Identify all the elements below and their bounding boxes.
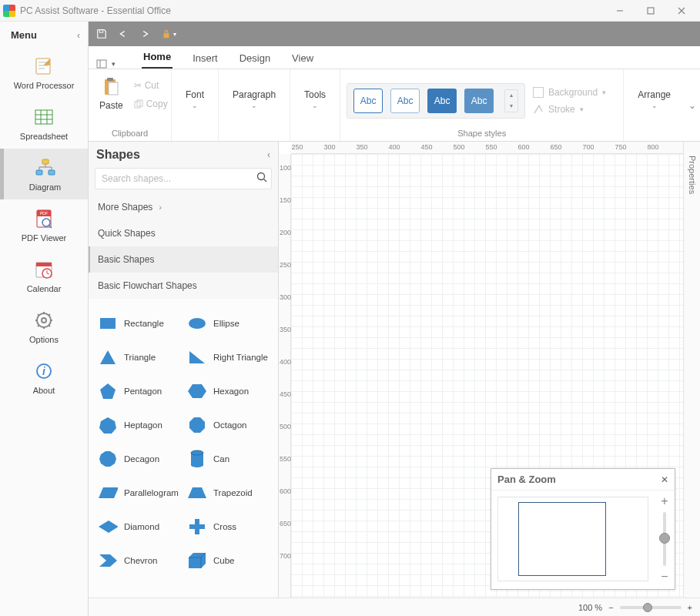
svg-marker-67: [99, 487, 118, 498]
cut-button[interactable]: ✂Cut: [132, 79, 169, 92]
svg-marker-56: [100, 350, 116, 364]
category-label: Basic Shapes: [98, 254, 154, 265]
svg-marker-62: [99, 451, 116, 467]
calendar-icon: [33, 259, 55, 280]
sidebar-item-pdf-viewer[interactable]: PDF PDF Viewer: [0, 199, 88, 250]
save-button[interactable]: [96, 28, 107, 39]
shape-hexagon[interactable]: Hexagon: [186, 374, 275, 408]
shape-label: Heptagon: [124, 420, 162, 430]
status-zoom-out[interactable]: −: [608, 603, 613, 612]
svg-point-65: [191, 463, 203, 467]
ribbon-tabs: ▾ Home Insert Design View: [89, 46, 700, 69]
paragraph-dropdown[interactable]: Paragraph⌄: [225, 74, 283, 109]
shape-search-input[interactable]: [95, 168, 272, 189]
shape-pentagon[interactable]: Pentagon: [96, 374, 186, 408]
status-zoom-in[interactable]: +: [688, 603, 692, 612]
shape-style-1[interactable]: Abc: [353, 89, 383, 113]
shape-right-triangle[interactable]: Right Triangle: [186, 340, 275, 374]
sidebar-item-word-processor[interactable]: Word Processor: [0, 47, 88, 98]
zoom-in-button[interactable]: +: [661, 495, 668, 507]
shape-style-2[interactable]: Abc: [390, 89, 420, 113]
background-dropdown[interactable]: Background▾: [533, 87, 606, 98]
svg-rect-54: [100, 318, 116, 329]
zoom-out-button[interactable]: −: [661, 571, 668, 583]
gear-icon: [33, 310, 55, 330]
app-icon: [3, 5, 15, 17]
svg-marker-60: [99, 417, 116, 434]
style-gallery-spinner: ▴▾: [504, 89, 518, 112]
background-label: Background: [548, 87, 598, 98]
properties-tab-label: Properties: [688, 156, 697, 194]
shape-label: Can: [213, 454, 229, 464]
shape-can[interactable]: Can: [186, 442, 275, 476]
page-layout-dropdown[interactable]: ▾: [96, 59, 116, 69]
svg-rect-48: [109, 82, 118, 95]
stroke-dropdown[interactable]: Stroke▾: [533, 104, 606, 115]
tab-insert[interactable]: Insert: [191, 48, 219, 69]
copy-button[interactable]: Copy: [132, 97, 169, 111]
sidebar-item-spreadsheet[interactable]: Spreadsheet: [0, 98, 88, 149]
status-zoom-thumb[interactable]: [643, 603, 652, 612]
gallery-down[interactable]: ▾: [505, 101, 517, 112]
properties-tab[interactable]: Properties: [683, 142, 700, 598]
close-button[interactable]: [666, 2, 697, 20]
pan-zoom-preview[interactable]: [497, 497, 648, 581]
category-more-shapes[interactable]: More Shapes›: [89, 194, 278, 220]
sidebar-item-label: Word Processor: [14, 81, 75, 90]
arrange-dropdown[interactable]: Arrange⌄: [630, 74, 678, 109]
shape-ellipse[interactable]: Ellipse: [186, 306, 275, 340]
side-menu-header[interactable]: Menu ‹: [0, 22, 88, 47]
shape-cube[interactable]: Cube: [186, 544, 275, 578]
quick-access-bar: ▾: [89, 22, 700, 46]
tab-view[interactable]: View: [290, 48, 315, 69]
shape-label: Rectangle: [124, 319, 164, 328]
shape-trapezoid[interactable]: Trapezoid: [186, 476, 275, 510]
pdf-icon: PDF: [33, 209, 55, 229]
shapes-panel-collapse[interactable]: ‹: [267, 149, 270, 160]
tools-dropdown[interactable]: Tools⌄: [296, 74, 333, 109]
maximize-button[interactable]: [635, 2, 666, 20]
shape-octagon[interactable]: Octagon: [186, 408, 275, 442]
undo-button[interactable]: [118, 28, 129, 39]
chevron-left-icon: ‹: [77, 30, 80, 41]
status-zoom-slider[interactable]: [620, 606, 682, 609]
tab-design[interactable]: Design: [238, 48, 272, 69]
shape-heptagon[interactable]: Heptagon: [96, 408, 186, 442]
svg-line-36: [38, 314, 39, 316]
shape-triangle[interactable]: Triangle: [96, 340, 186, 374]
search-icon[interactable]: [256, 172, 267, 182]
zoom-slider-thumb[interactable]: [659, 533, 670, 544]
sidebar-item-calendar[interactable]: Calendar: [0, 250, 88, 301]
minimize-button[interactable]: [605, 2, 635, 20]
category-quick-shapes[interactable]: Quick Shapes: [89, 220, 278, 246]
tab-home[interactable]: Home: [142, 46, 172, 69]
sidebar-item-options[interactable]: Options: [0, 301, 88, 352]
lock-button[interactable]: ▾: [161, 28, 176, 39]
cube-icon: [187, 551, 207, 570]
sidebar-item-diagram[interactable]: Diagram: [0, 149, 88, 199]
shape-label: Diamond: [124, 522, 159, 531]
gallery-up[interactable]: ▴: [505, 90, 517, 101]
pan-zoom-close[interactable]: ✕: [661, 474, 668, 485]
shape-decagon[interactable]: Decagon: [96, 442, 186, 476]
font-dropdown[interactable]: Font⌄: [178, 74, 212, 109]
redo-button[interactable]: [139, 28, 150, 39]
shape-search: [95, 168, 272, 189]
svg-line-39: [49, 314, 50, 316]
paste-button[interactable]: Paste: [95, 74, 128, 114]
shape-cross[interactable]: Cross: [186, 510, 275, 544]
shape-chevron[interactable]: Chevron: [96, 544, 186, 578]
cut-label: Cut: [145, 80, 159, 91]
shape-style-4[interactable]: Abc: [464, 89, 494, 113]
shape-style-3[interactable]: Abc: [427, 89, 457, 113]
category-flowchart-shapes[interactable]: Basic Flowchart Shapes: [89, 273, 278, 299]
sidebar-item-about[interactable]: i About: [0, 352, 88, 403]
zoom-slider[interactable]: [663, 512, 666, 566]
shape-rectangle[interactable]: Rectangle: [96, 306, 186, 340]
category-basic-shapes[interactable]: Basic Shapes: [89, 246, 278, 273]
svg-marker-69: [99, 521, 118, 533]
ribbon-collapse-button[interactable]: ⌄: [685, 69, 700, 141]
word-processor-icon: [33, 56, 55, 76]
shape-parallelogram[interactable]: Parallelogram: [96, 476, 186, 510]
shape-diamond[interactable]: Diamond: [96, 510, 186, 544]
